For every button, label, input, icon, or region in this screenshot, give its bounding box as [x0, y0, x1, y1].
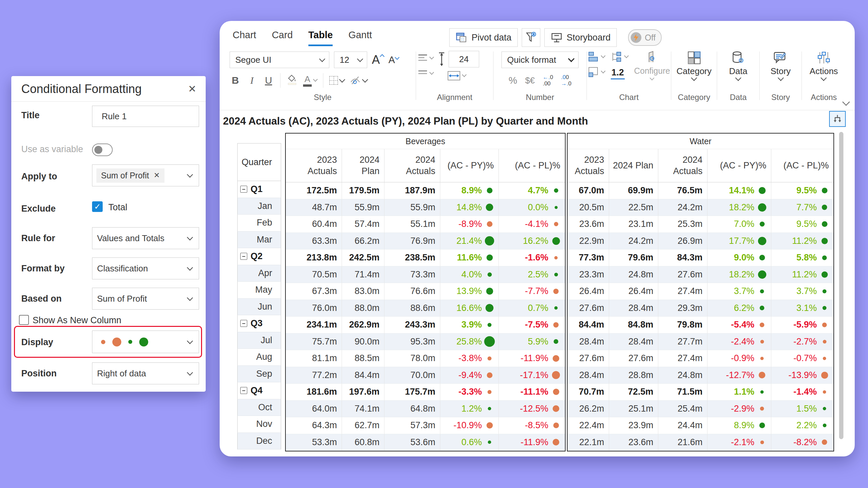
actions-button[interactable]: Actions [809, 51, 838, 80]
value-cell: 187.9m [384, 183, 440, 199]
borders-button[interactable] [329, 76, 344, 85]
italic-button[interactable]: I [246, 75, 257, 86]
tab-gantt[interactable]: Gantt [348, 30, 372, 46]
currency-format-button[interactable]: $€ [525, 75, 535, 86]
column-header: 2023 Actuals [567, 149, 609, 182]
scale-factor-button[interactable]: 1.2 [611, 67, 625, 79]
apply-to-chip[interactable]: Sum of Profit ✕ [96, 168, 164, 183]
variance-cell: 6.2% [707, 300, 771, 317]
tab-card[interactable]: Card [272, 30, 293, 46]
value-cell: 67.0m [567, 183, 609, 199]
table-row: 48.7m55.9m55.9m14.8%0.0% [286, 199, 565, 216]
show-as-new-column-checkbox[interactable] [19, 315, 29, 325]
rule-title-input[interactable]: Rule 1 [92, 106, 199, 127]
value-cell: 88.0m [342, 300, 384, 317]
value-cell: 64.8m [384, 401, 440, 417]
shrink-font-button[interactable]: A [389, 55, 399, 65]
value-cell: 24.2m [658, 199, 707, 216]
variance-dot-icon [823, 424, 827, 427]
filter-button[interactable] [522, 28, 540, 47]
display-select[interactable] [92, 330, 199, 353]
value-cell: 70.7m [567, 384, 609, 400]
bold-button[interactable]: B [229, 75, 241, 86]
tab-table[interactable]: Table [308, 30, 333, 46]
apply-to-select[interactable]: Sum of Profit ✕ [92, 164, 199, 186]
horizontal-align-button[interactable] [418, 69, 433, 77]
increase-decimal-button[interactable]: .00→.0 [561, 74, 571, 87]
table-row: 28.4m28.4m27.7m-2.4%-2.7% [567, 333, 833, 351]
chart-layout-button[interactable] [588, 67, 605, 77]
format-by-select[interactable]: Classification [92, 257, 199, 280]
alignment-group: 24 Alignment [416, 50, 493, 103]
use-as-variable-toggle[interactable] [92, 143, 113, 156]
font-family-select[interactable]: Segoe UI [229, 52, 329, 68]
row-header-column: QuarterQ1JanFebMarQ2AprMayJunQ3JulAugSep… [237, 143, 281, 450]
rule-for-select[interactable]: Values and Totals [92, 227, 199, 249]
collapse-icon[interactable] [240, 186, 247, 193]
row-label-jan: Jan [237, 198, 281, 215]
percent-format-button[interactable]: % [508, 75, 517, 86]
configure-button[interactable]: ⚙ Configure [634, 51, 670, 80]
variance-cell: 1.1% [707, 384, 771, 400]
column-width-button[interactable] [447, 71, 479, 81]
variance-cell: 4.0% [440, 266, 498, 283]
variance-cell: -2.9% [707, 401, 771, 417]
close-icon[interactable]: ✕ [186, 83, 198, 95]
expand-hierarchy-button[interactable] [829, 111, 846, 127]
value-cell: 25.4m [658, 401, 707, 417]
value-cell: 60.4m [286, 216, 342, 232]
tab-chart[interactable]: Chart [232, 30, 256, 46]
hide-overflow-button[interactable] [350, 75, 367, 86]
hierarchy-button[interactable] [611, 52, 628, 62]
variance-cell: 14.1% [707, 183, 771, 199]
underline-button[interactable]: U [263, 75, 274, 86]
format-by-value: Classification [92, 263, 148, 274]
variance-dot-icon [822, 188, 828, 193]
variance-dot-icon [554, 306, 558, 310]
fill-color-button[interactable] [286, 74, 298, 87]
variance-dot-icon [553, 322, 559, 328]
row-height-input[interactable]: 24 [448, 51, 479, 67]
quick-format-select[interactable]: Quick format [501, 52, 579, 68]
value-cell: 88.5m [342, 350, 384, 367]
variance-dot-icon [486, 204, 493, 211]
value-cell: 24.8m [609, 266, 658, 283]
value-cell: 181.6m [286, 384, 342, 400]
column-header: 2024 Actuals [658, 149, 707, 182]
grow-font-button[interactable]: A [372, 53, 384, 67]
font-size-select[interactable]: 12 [334, 52, 367, 68]
value-cell: 71.4m [342, 266, 384, 283]
storyboard-button[interactable]: Storyboard [544, 28, 617, 47]
variance-dot-icon [759, 187, 766, 194]
collapse-icon[interactable] [240, 320, 247, 327]
chip-remove-icon[interactable]: ✕ [154, 171, 160, 180]
value-cell: 66.2m [342, 233, 384, 250]
data-button[interactable]: ⚙ Data [729, 51, 747, 80]
drill-down-icon [832, 114, 842, 124]
pivot-data-button[interactable]: Pivot data [449, 28, 518, 47]
decrease-decimal-button[interactable]: ←.0.00 [542, 74, 553, 87]
column-header: 2024 Plan [342, 149, 384, 182]
story-button[interactable]: Story [771, 51, 791, 80]
exclude-total-checkbox[interactable]: ✓ [92, 201, 103, 212]
category-button[interactable]: Category [677, 51, 712, 80]
variance-dot-icon [486, 304, 494, 312]
vertical-align-button[interactable] [418, 54, 433, 62]
table-row: 84.4m84.8m79.8m-5.4%-5.9% [567, 317, 833, 333]
variance-cell: -3.3% [440, 384, 498, 400]
row-label-dec: Dec [237, 433, 281, 450]
power-toggle[interactable]: Off [628, 29, 662, 46]
variance-dot-icon [487, 221, 493, 227]
position-select[interactable]: Right of data [92, 362, 199, 384]
based-on-select[interactable]: Sum of Profit [92, 288, 199, 310]
font-color-button[interactable]: A [303, 74, 317, 87]
vertical-scrollbar[interactable] [839, 132, 843, 439]
chart-type-button[interactable] [588, 52, 605, 62]
variance-dot-icon [553, 439, 559, 446]
collapse-icon[interactable] [240, 387, 247, 394]
collapse-icon[interactable] [240, 253, 247, 260]
value-cell: 81.1m [286, 350, 342, 367]
lightning-icon [631, 32, 641, 43]
value-cell: 76.6m [384, 283, 440, 300]
table-row: 26.2m25.1m25.4m-2.9%1.5% [567, 401, 833, 418]
